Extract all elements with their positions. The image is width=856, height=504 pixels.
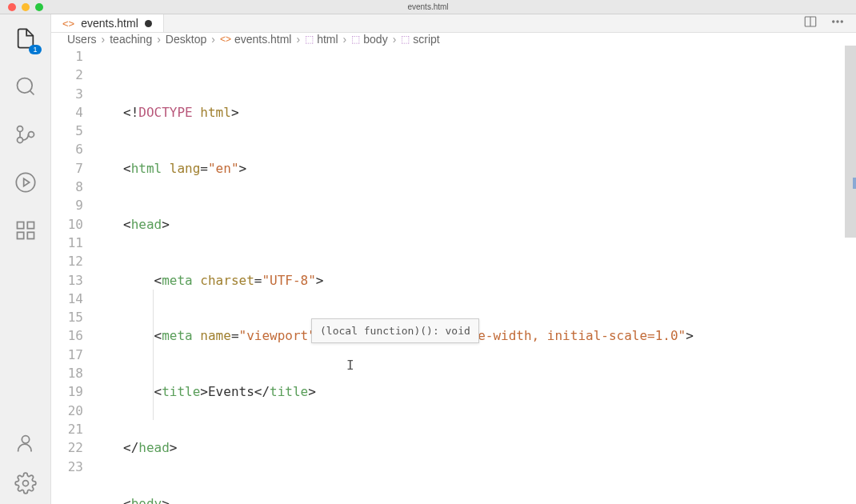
svg-point-16 <box>837 21 838 22</box>
chevron-right-icon: › <box>211 33 215 46</box>
ibeam-cursor-icon: I <box>346 356 347 369</box>
tab-filename: events.html <box>81 17 138 30</box>
line-number: 13 <box>51 271 83 290</box>
line-number: 14 <box>51 290 83 308</box>
debug-icon[interactable] <box>13 170 38 195</box>
window-controls <box>8 3 43 11</box>
code-line: <head> <box>99 215 856 234</box>
line-number: 22 <box>51 438 83 457</box>
activity-bar: 1 <box>0 14 51 504</box>
explorer-badge: 1 <box>29 45 41 54</box>
line-number: 3 <box>51 85 83 103</box>
minimap-marker <box>853 178 856 189</box>
line-number: 18 <box>51 364 83 382</box>
minimize-window-button[interactable] <box>22 3 30 11</box>
breadcrumb[interactable]: Users › teaching › Desktop › <> events.h… <box>51 33 856 46</box>
search-icon[interactable] <box>13 74 38 99</box>
svg-point-0 <box>17 78 32 94</box>
svg-rect-10 <box>27 232 34 238</box>
tab-bar: <> events.html <box>51 14 856 33</box>
breadcrumb-symbol-script[interactable]: ⬚ script <box>401 33 439 46</box>
split-editor-icon[interactable] <box>803 14 818 32</box>
line-number: 20 <box>51 402 83 420</box>
account-icon[interactable] <box>13 430 38 456</box>
code-line: </head> <box>99 438 856 457</box>
svg-line-1 <box>30 90 34 94</box>
line-number: 5 <box>51 122 83 140</box>
chevron-right-icon: › <box>393 33 397 46</box>
line-number: 2 <box>51 66 83 84</box>
line-number: 17 <box>51 346 83 364</box>
svg-point-17 <box>841 21 842 22</box>
line-number: 21 <box>51 420 83 438</box>
code-line: <title>Events</title> <box>99 382 856 401</box>
html-file-icon: <> <box>220 34 231 45</box>
code-line: <!DOCTYPE html> <box>99 103 856 122</box>
html-file-icon: <> <box>62 18 74 30</box>
more-actions-icon[interactable] <box>830 14 845 32</box>
line-number: 1 <box>51 47 83 66</box>
code-content[interactable]: <!DOCTYPE html> <html lang="en"> <head> … <box>99 46 856 504</box>
code-line: <html lang="en"> <box>99 159 856 178</box>
line-number: 19 <box>51 382 83 401</box>
explorer-icon[interactable]: 1 <box>13 26 38 51</box>
symbol-icon: ⬚ <box>351 34 360 45</box>
svg-point-2 <box>17 126 22 132</box>
line-number: 11 <box>51 234 83 252</box>
window-title: events.html <box>407 2 448 11</box>
scrollbar[interactable] <box>845 46 856 504</box>
breadcrumb-symbol-body[interactable]: ⬚ body <box>351 33 387 46</box>
svg-point-15 <box>833 21 834 22</box>
scrollbar-thumb[interactable] <box>845 46 856 238</box>
line-number: 6 <box>51 140 83 158</box>
line-number: 12 <box>51 252 83 270</box>
line-number: 7 <box>51 159 83 178</box>
breadcrumb-symbol-html[interactable]: ⬚ html <box>305 33 338 46</box>
svg-point-11 <box>22 436 29 443</box>
unsaved-indicator-icon <box>145 20 152 27</box>
breadcrumb-desktop[interactable]: Desktop <box>166 33 206 46</box>
line-number: 15 <box>51 308 83 326</box>
svg-point-4 <box>28 132 34 138</box>
line-number: 8 <box>51 178 83 196</box>
hover-tooltip: (local function)(): void <box>311 318 479 343</box>
svg-marker-5 <box>23 178 29 186</box>
svg-point-12 <box>22 481 28 486</box>
breadcrumb-file[interactable]: <> events.html <box>220 33 292 46</box>
tab-events-html[interactable]: <> events.html <box>51 14 164 32</box>
titlebar: events.html <box>0 0 856 14</box>
code-line: <meta charset="UTF-8"> <box>99 271 856 290</box>
svg-point-6 <box>16 173 34 191</box>
chevron-right-icon: › <box>296 33 300 46</box>
chevron-right-icon: › <box>102 33 106 46</box>
maximize-window-button[interactable] <box>35 3 43 11</box>
svg-point-3 <box>17 138 22 143</box>
svg-rect-8 <box>27 222 34 229</box>
chevron-right-icon: › <box>157 33 161 46</box>
source-control-icon[interactable] <box>13 122 38 147</box>
svg-rect-9 <box>17 232 23 238</box>
line-number: 23 <box>51 458 83 476</box>
code-line: <body> <box>99 494 856 504</box>
line-number: 10 <box>51 215 83 234</box>
symbol-icon: ⬚ <box>305 34 314 45</box>
editor-area: <> events.html Users › teaching › Deskto… <box>51 14 856 504</box>
line-number: 9 <box>51 196 83 214</box>
line-number: 16 <box>51 326 83 345</box>
chevron-right-icon: › <box>343 33 347 46</box>
extensions-icon[interactable] <box>13 218 38 243</box>
line-number-gutter: 1234567891011121314151617181920212223 <box>51 46 99 504</box>
close-window-button[interactable] <box>8 3 16 11</box>
code-editor[interactable]: 1234567891011121314151617181920212223 <!… <box>51 46 856 504</box>
settings-gear-icon[interactable] <box>13 470 38 496</box>
svg-rect-7 <box>17 222 23 229</box>
symbol-icon: ⬚ <box>401 34 410 45</box>
breadcrumb-users[interactable]: Users <box>67 33 97 46</box>
line-number: 4 <box>51 103 83 122</box>
breadcrumb-teaching[interactable]: teaching <box>110 33 152 46</box>
